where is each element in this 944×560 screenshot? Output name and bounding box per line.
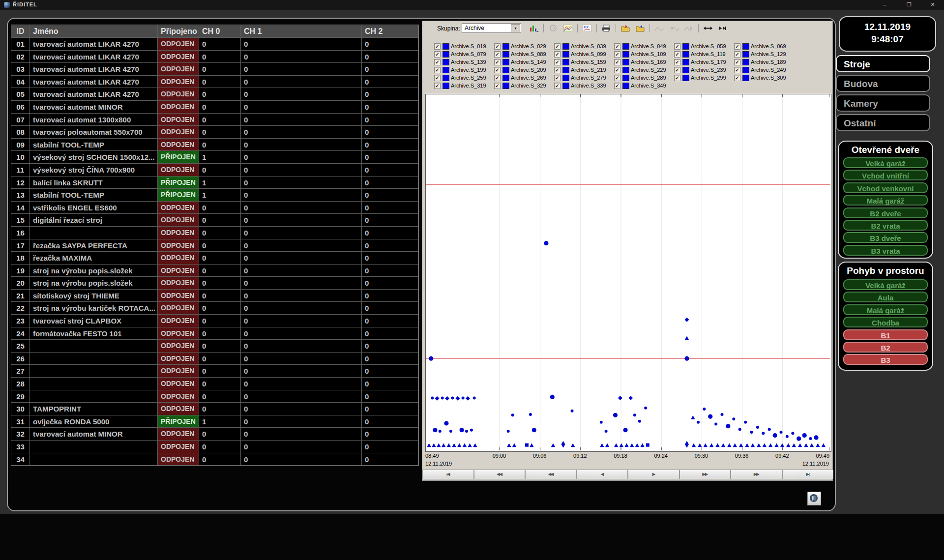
series-checkbox[interactable]: ✓ (434, 59, 441, 65)
cell-name[interactable] (30, 365, 158, 378)
cell-name[interactable]: výsekový stroj ČÍNA 700x900 (30, 164, 158, 177)
cell-status[interactable]: ODPOJEN (158, 277, 199, 290)
print-icon[interactable] (599, 23, 613, 33)
folder-open-blue-icon[interactable] (633, 23, 647, 33)
cell-id[interactable]: 23 (11, 315, 30, 327)
cell-name[interactable]: digitální řezací stroj (30, 214, 158, 227)
series-checkbox[interactable]: ✓ (674, 51, 680, 58)
cell-status[interactable]: ODPOJEN (158, 378, 199, 390)
xy-chart-icon[interactable]: X,Y (580, 23, 594, 33)
cell-status[interactable]: ODPOJEN (158, 139, 199, 151)
cell-status[interactable]: PŘIPOJEN (158, 177, 199, 189)
cell-name[interactable]: řezačka SAYPA PERFECTA (30, 239, 158, 252)
series-checkbox[interactable]: ✓ (674, 67, 680, 73)
cell-name[interactable]: tvarovací poloautomat 550x700 (30, 126, 158, 139)
cell-name[interactable]: tvarovací automat LIKAR 4270 (30, 76, 158, 88)
series-checkbox[interactable]: ✓ (434, 83, 441, 89)
cell-name[interactable]: tvarovací automat MINOR (30, 428, 158, 441)
step-horizontal-icon[interactable] (716, 23, 730, 33)
cell-status[interactable]: ODPOJEN (158, 403, 199, 415)
cell-id[interactable]: 14 (11, 202, 30, 214)
chevron-down-icon[interactable]: ▼ (511, 24, 520, 33)
series-checkbox[interactable]: ✓ (554, 51, 560, 58)
cell-name[interactable] (30, 353, 158, 365)
cell-status[interactable]: ODPOJEN (158, 202, 199, 214)
cell-status[interactable]: ODPOJEN (158, 365, 199, 378)
cell-id[interactable]: 30 (11, 403, 30, 415)
cell-status[interactable]: PŘIPOJEN (158, 151, 199, 164)
cell-status[interactable]: ODPOJEN (158, 290, 199, 302)
time-nav-button[interactable]: ◀◀ (474, 470, 526, 479)
column-header[interactable]: CH 1 (241, 25, 362, 38)
series-checkbox[interactable]: ✓ (674, 43, 680, 50)
cell-status[interactable]: ODPOJEN (158, 327, 199, 340)
cell-status[interactable]: ODPOJEN (158, 428, 199, 441)
clock-icon[interactable] (546, 23, 560, 33)
cell-name[interactable] (30, 340, 158, 353)
cell-name[interactable]: balící linka SKRUTT (30, 177, 158, 189)
cell-status[interactable]: ODPOJEN (158, 302, 199, 315)
cell-status[interactable]: ODPOJEN (158, 76, 199, 88)
cell-name[interactable]: tvarovací automat LIKAR 4270 (30, 88, 158, 101)
minimize-button[interactable]: – (878, 1, 891, 9)
cell-name[interactable]: výsekový stroj SCHOEN 1500x12... (30, 151, 158, 164)
chart-settings-button[interactable]: |i| (807, 492, 821, 505)
series-checkbox[interactable]: ✓ (494, 43, 501, 50)
scatter-plot-area[interactable] (425, 94, 831, 452)
cell-id[interactable]: 02 (11, 51, 30, 63)
cell-name[interactable] (30, 378, 158, 390)
cell-id[interactable]: 19 (11, 265, 30, 277)
cell-status[interactable]: ODPOJEN (158, 126, 199, 139)
cell-status[interactable]: ODPOJEN (158, 453, 199, 466)
cell-id[interactable]: 05 (11, 88, 30, 101)
cell-id[interactable]: 31 (11, 415, 30, 428)
cell-status[interactable]: ODPOJEN (158, 214, 199, 227)
cell-status[interactable]: ODPOJEN (158, 51, 199, 63)
cell-name[interactable]: tvarovací automat MINOR (30, 101, 158, 114)
time-nav-button[interactable]: ▶ (628, 470, 679, 479)
cell-status[interactable]: ODPOJEN (158, 390, 199, 403)
curve-icon[interactable] (652, 23, 666, 33)
cell-name[interactable]: řezačka MAXIMA (30, 252, 158, 265)
time-nav-button[interactable]: ▶▶ (679, 470, 731, 479)
series-checkbox[interactable]: ✓ (554, 83, 560, 89)
cell-status[interactable]: ODPOJEN (158, 315, 199, 327)
series-checkbox[interactable]: ✓ (734, 43, 740, 50)
cell-id[interactable]: 12 (11, 177, 30, 189)
cell-name[interactable] (30, 227, 158, 239)
cell-id[interactable]: 32 (11, 428, 30, 441)
cell-id[interactable]: 03 (11, 63, 30, 76)
series-checkbox[interactable]: ✓ (614, 67, 620, 73)
curve-prev-icon[interactable] (667, 23, 681, 33)
series-checkbox[interactable]: ✓ (554, 67, 560, 73)
cell-name[interactable]: tvarovací automat LIKAR 4270 (30, 38, 158, 51)
line-chart-icon[interactable] (561, 23, 575, 33)
cell-name[interactable]: stroj na výrobu popis.složek (30, 277, 158, 290)
series-checkbox[interactable]: ✓ (674, 75, 680, 81)
cell-id[interactable]: 34 (11, 453, 30, 466)
cell-status[interactable]: ODPOJEN (158, 101, 199, 114)
cell-id[interactable]: 17 (11, 239, 30, 252)
cell-name[interactable]: formátovačka FESTO 101 (30, 327, 158, 340)
maximize-button[interactable]: ❐ (903, 1, 915, 9)
time-nav-button[interactable]: ▶| (782, 470, 834, 479)
sum-chart-icon[interactable] (527, 23, 541, 33)
sidebar-tab-stroje[interactable]: Stroje (836, 55, 930, 72)
series-checkbox[interactable]: ✓ (494, 67, 501, 73)
sidebar-tab-kamery[interactable]: Kamery (836, 94, 930, 112)
cell-id[interactable]: 09 (11, 139, 30, 151)
series-checkbox[interactable]: ✓ (554, 75, 560, 81)
cell-id[interactable]: 21 (11, 290, 30, 302)
cell-id[interactable]: 13 (11, 189, 30, 202)
cell-id[interactable]: 26 (11, 353, 30, 365)
cell-status[interactable]: ODPOJEN (158, 340, 199, 353)
series-checkbox[interactable]: ✓ (734, 59, 740, 65)
cell-status[interactable]: ODPOJEN (158, 265, 199, 277)
cell-status[interactable]: ODPOJEN (158, 252, 199, 265)
series-checkbox[interactable]: ✓ (554, 43, 560, 50)
series-checkbox[interactable]: ✓ (434, 51, 441, 58)
curve-next-icon[interactable] (682, 23, 696, 33)
column-header[interactable]: Připojeno (158, 25, 199, 38)
cell-id[interactable]: 06 (11, 101, 30, 114)
cell-id[interactable]: 01 (11, 38, 30, 51)
